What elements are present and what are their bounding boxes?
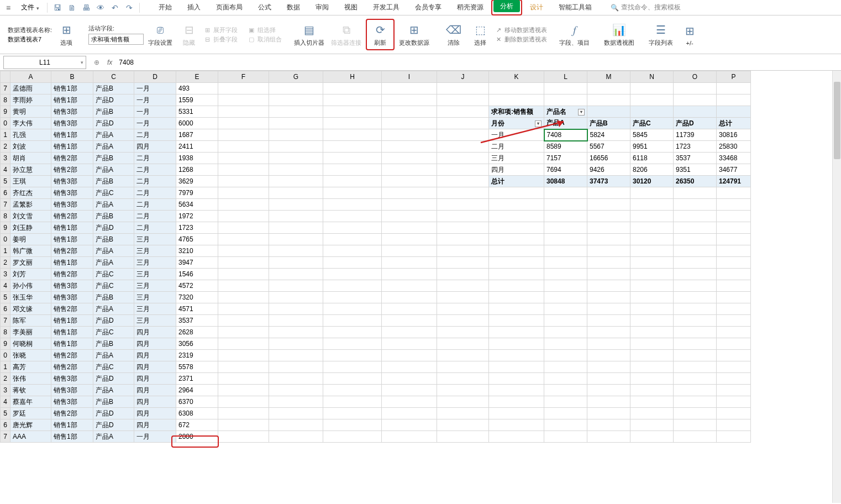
cell-G[interactable] (269, 338, 323, 350)
cell-F[interactable] (218, 303, 269, 315)
cell-A[interactable]: 李美丽 (10, 327, 51, 338)
cell-C[interactable]: 产品B (93, 176, 134, 187)
cell-O[interactable]: 3537 (674, 153, 717, 164)
cell-E[interactable]: 5331 (176, 106, 218, 118)
cell-A[interactable]: 刘芳 (10, 269, 51, 280)
cell-F[interactable] (218, 257, 269, 269)
spreadsheet-grid[interactable]: ABCDEFGHIJKLMNOP 7孟德雨销售1部产品B一月4938李雨婷销售1… (0, 71, 751, 443)
cell-J[interactable] (437, 292, 489, 303)
cell-G[interactable] (269, 431, 323, 443)
cell-E[interactable]: 2964 (176, 385, 218, 396)
cell-N[interactable] (630, 338, 674, 350)
cell-A[interactable]: 刘波 (10, 141, 51, 153)
fx-icon[interactable]: fx (104, 59, 115, 66)
cell-A[interactable]: 张玉华 (10, 292, 51, 303)
cell-P[interactable] (717, 95, 751, 106)
cell-C[interactable]: 产品A (93, 245, 134, 257)
cell-P[interactable] (717, 303, 751, 315)
row-header[interactable]: 8 (1, 95, 10, 106)
corner-cell[interactable] (1, 71, 10, 83)
cell-A[interactable]: 罗文丽 (10, 257, 51, 269)
cell-K[interactable] (489, 269, 544, 280)
cell-H[interactable] (323, 141, 382, 153)
cell-L[interactable] (544, 234, 587, 245)
cell-G[interactable] (269, 118, 323, 129)
cell-G[interactable] (269, 408, 323, 419)
cell-A[interactable]: 何晓桐 (10, 338, 51, 350)
cell-I[interactable] (382, 211, 437, 222)
cell-L[interactable]: 8589 (544, 141, 587, 153)
cell-F[interactable] (218, 187, 269, 199)
cell-H[interactable] (323, 327, 382, 338)
cell-C[interactable]: 产品B (93, 83, 134, 95)
cell-O[interactable] (674, 431, 717, 443)
cell-D[interactable]: 三月 (134, 303, 176, 315)
cell-G[interactable] (269, 176, 323, 187)
cell-A[interactable]: 王琪 (10, 176, 51, 187)
cell-B[interactable]: 销售1部 (51, 234, 93, 245)
cell-N[interactable] (630, 431, 674, 443)
cell-F[interactable] (218, 118, 269, 129)
pivot-chart-button[interactable]: 📊 数据透视图 (602, 21, 637, 48)
cell-I[interactable] (382, 431, 437, 443)
cell-N[interactable]: 30120 (630, 176, 674, 187)
cell-H[interactable] (323, 419, 382, 431)
cell-B[interactable]: 销售2部 (51, 361, 93, 373)
cell-G[interactable] (269, 396, 323, 408)
cell-G[interactable] (269, 234, 323, 245)
cell-G[interactable] (269, 95, 323, 106)
field-list-button[interactable]: ☰ 字段列表 (646, 21, 675, 48)
cell-E[interactable]: 1268 (176, 164, 218, 176)
cell-E[interactable]: 3947 (176, 257, 218, 269)
cell-H[interactable] (323, 338, 382, 350)
cell-D[interactable]: 四月 (134, 338, 176, 350)
cell-D[interactable]: 四月 (134, 361, 176, 373)
cell-I[interactable] (382, 83, 437, 95)
cell-P[interactable] (717, 187, 751, 199)
cell-L[interactable] (544, 199, 587, 211)
cell-M[interactable] (587, 269, 630, 280)
cell-M[interactable]: 16656 (587, 153, 630, 164)
clear-button[interactable]: ⌫ 清除 (441, 21, 466, 48)
cell-B[interactable]: 销售3部 (51, 280, 93, 292)
cell-H[interactable] (323, 245, 382, 257)
cell-L[interactable] (544, 187, 587, 199)
cell-P[interactable] (717, 269, 751, 280)
cell-P[interactable] (717, 373, 751, 385)
cell-N[interactable]: 6118 (630, 153, 674, 164)
cell-H[interactable] (323, 373, 382, 385)
cell-K[interactable]: 总计 (489, 176, 544, 187)
cell-B[interactable]: 销售1部 (51, 222, 93, 234)
cell-P[interactable] (717, 199, 751, 211)
cell-D[interactable]: 二月 (134, 199, 176, 211)
cell-O[interactable] (674, 222, 717, 234)
cell-F[interactable] (218, 141, 269, 153)
cell-E[interactable]: 672 (176, 419, 218, 431)
cell-E[interactable]: 3537 (176, 315, 218, 327)
saveas-icon[interactable]: 🗎 (66, 2, 77, 13)
group-select-button[interactable]: ▣组选择 (248, 26, 282, 34)
cell-I[interactable] (382, 373, 437, 385)
cell-K[interactable] (489, 361, 544, 373)
cell-I[interactable] (382, 187, 437, 199)
cell-F[interactable] (218, 431, 269, 443)
tab-daoke[interactable]: 稻壳资源 (449, 0, 491, 15)
column-header-J[interactable]: J (437, 71, 489, 83)
cell-G[interactable] (269, 269, 323, 280)
tab-view[interactable]: 视图 (337, 0, 365, 15)
cell-P[interactable] (717, 106, 751, 118)
cell-I[interactable] (382, 153, 437, 164)
cell-L[interactable] (544, 280, 587, 292)
cell-J[interactable] (437, 361, 489, 373)
cell-L[interactable] (544, 95, 587, 106)
tab-data[interactable]: 数据 (279, 0, 308, 15)
cell-D[interactable]: 四月 (134, 408, 176, 419)
cell-I[interactable] (382, 361, 437, 373)
cell-J[interactable] (437, 106, 489, 118)
cell-C[interactable]: 产品B (93, 211, 134, 222)
cell-I[interactable] (382, 408, 437, 419)
cell-B[interactable]: 销售1部 (51, 419, 93, 431)
cell-K[interactable] (489, 245, 544, 257)
cell-N[interactable] (630, 83, 674, 95)
cell-J[interactable] (437, 419, 489, 431)
